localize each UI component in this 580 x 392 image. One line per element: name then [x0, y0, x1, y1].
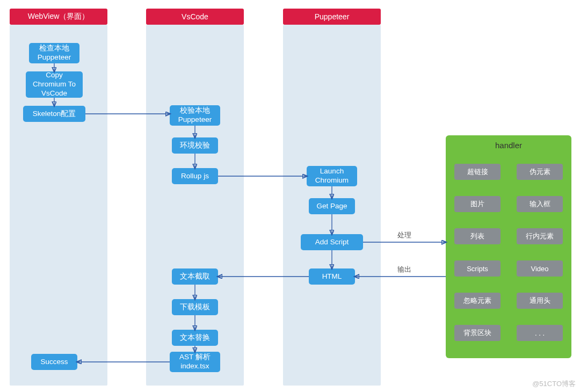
node-success: Success — [31, 354, 77, 370]
node-rollup: Rollup js — [172, 168, 218, 184]
handler-tag: . . . — [517, 325, 563, 341]
handler-tag: 伪元素 — [517, 164, 563, 180]
handler-tag: 图片 — [454, 196, 501, 212]
header-webview: WebView（界面） — [10, 9, 107, 25]
handler-tag: 忽略元素 — [454, 293, 501, 309]
node-html: HTML — [309, 268, 355, 285]
node-get-page: Get Page — [309, 198, 355, 214]
header-puppeteer: Puppeteer — [283, 9, 381, 25]
watermark: @51CTO博客 — [532, 379, 576, 389]
header-vscode: VsCode — [146, 9, 244, 25]
node-launch-chromium: Launch Chromium — [307, 166, 357, 186]
handler-title: handler — [446, 141, 571, 150]
node-copy-chromium: Copy Chromium To VsCode — [26, 71, 83, 98]
handler-tag: 输入框 — [517, 196, 563, 212]
label-process: 处理 — [397, 230, 411, 240]
handler-tag: 背景区块 — [454, 325, 501, 341]
handler-tag: Video — [517, 260, 563, 277]
node-check-local-puppeteer: 检查本地 Puppeteer — [29, 43, 79, 63]
label-output: 输出 — [397, 265, 411, 274]
handler-tag: 行内元素 — [517, 228, 563, 244]
handler-tag: 列表 — [454, 228, 501, 244]
node-text-trunc: 文本截取 — [172, 268, 218, 285]
node-skeleton-config: Skeleton配置 — [23, 106, 85, 122]
node-validate-local-puppeteer: 校验本地 Puppeteer — [170, 105, 220, 126]
node-ast-parse: AST 解析 index.tsx — [170, 352, 220, 372]
handler-tag: 超链接 — [454, 164, 501, 180]
node-add-script: Add Script — [301, 234, 363, 250]
node-env-check: 环境校验 — [172, 137, 218, 154]
node-text-replace: 文本替换 — [172, 330, 218, 346]
handler-tag: 通用头 — [517, 293, 563, 309]
handler-tag: Scripts — [454, 260, 501, 277]
node-download-template: 下载模板 — [172, 299, 218, 315]
